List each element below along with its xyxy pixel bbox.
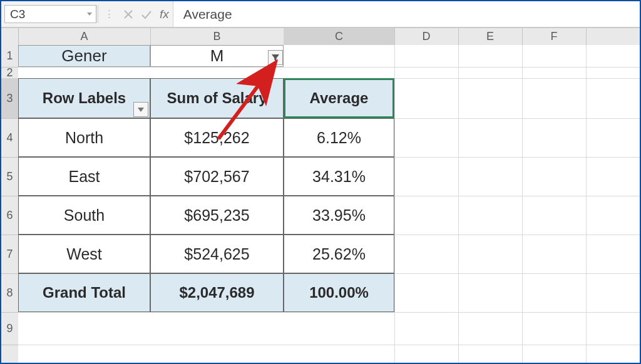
col-header-F[interactable]: F [522, 28, 587, 45]
fx-icon[interactable]: fx [160, 8, 169, 21]
pivot-grand-total-salary[interactable]: $2,047,689 [150, 273, 284, 312]
pivot-row-salary[interactable]: $524,625 [150, 235, 284, 273]
chevron-down-icon [87, 13, 92, 16]
pivot-row-avg[interactable]: 34.31% [284, 157, 394, 196]
row-header-8[interactable]: 8 [1, 273, 18, 313]
enter-icon[interactable] [141, 9, 152, 19]
pivot-row-label[interactable]: West [18, 235, 150, 273]
pivot-header-row-labels[interactable]: Row Labels [18, 78, 150, 118]
cancel-icon[interactable] [123, 9, 133, 19]
pivot-filter-name: Gener [18, 45, 150, 67]
pivot-header-average[interactable]: Average [284, 78, 394, 118]
row-header-9[interactable]: 9 [1, 312, 18, 345]
pivot-filter-value[interactable]: M [150, 45, 284, 67]
column-header-bar: A B C D E F [1, 28, 640, 46]
pivot-row-salary[interactable]: $695,235 [150, 196, 284, 235]
row-header-3[interactable]: 3 [1, 78, 19, 119]
row-header-2[interactable]: 2 [1, 67, 18, 79]
col-header-A[interactable]: A [18, 28, 151, 45]
pivot-row-avg[interactable]: 25.62% [284, 235, 394, 273]
col-header-D[interactable]: D [394, 28, 459, 45]
pivot-row-label[interactable]: North [18, 118, 150, 157]
pivot-header-sum-salary[interactable]: Sum of Salary [150, 78, 284, 118]
name-box[interactable]: C3 [4, 5, 96, 23]
formula-input[interactable]: Average [173, 1, 640, 27]
row-header-6[interactable]: 6 [1, 196, 18, 235]
formula-bar: C3 ⋮ fx Average [1, 1, 640, 28]
pivot-row-avg[interactable]: 33.95% [284, 196, 394, 235]
row-header-1[interactable]: 1 [1, 45, 18, 68]
vertical-ellipsis-icon: ⋮ [103, 8, 116, 21]
pivot-row-salary[interactable]: $702,567 [150, 157, 284, 196]
pivot-row-label[interactable]: East [18, 157, 150, 196]
formula-input-value: Average [183, 7, 232, 22]
sheet-area[interactable]: Gener M Row Labels Sum of Salary Average… [18, 45, 640, 363]
row-header-7[interactable]: 7 [1, 235, 18, 274]
name-box-value: C3 [10, 8, 25, 21]
row-header-5[interactable]: 5 [1, 157, 18, 196]
col-header-E[interactable]: E [458, 28, 523, 45]
filter-funnel-icon[interactable] [268, 50, 283, 65]
row-header-4[interactable]: 4 [1, 118, 18, 158]
col-header-B[interactable]: B [150, 28, 284, 45]
pivot-row-avg[interactable]: 6.12% [284, 118, 394, 157]
col-header-C[interactable]: C [284, 28, 395, 46]
pivot-row-salary[interactable]: $125,262 [150, 118, 284, 157]
row-labels-dropdown-icon[interactable] [133, 102, 148, 117]
row-header-bar: 1 2 3 4 5 6 7 8 9 [1, 28, 19, 363]
formula-bar-buttons: ⋮ fx [99, 1, 173, 27]
pivot-grand-total-avg[interactable]: 100.00% [284, 273, 394, 312]
pivot-row-label[interactable]: South [18, 196, 150, 235]
pivot-grand-total-label[interactable]: Grand Total [18, 273, 150, 312]
